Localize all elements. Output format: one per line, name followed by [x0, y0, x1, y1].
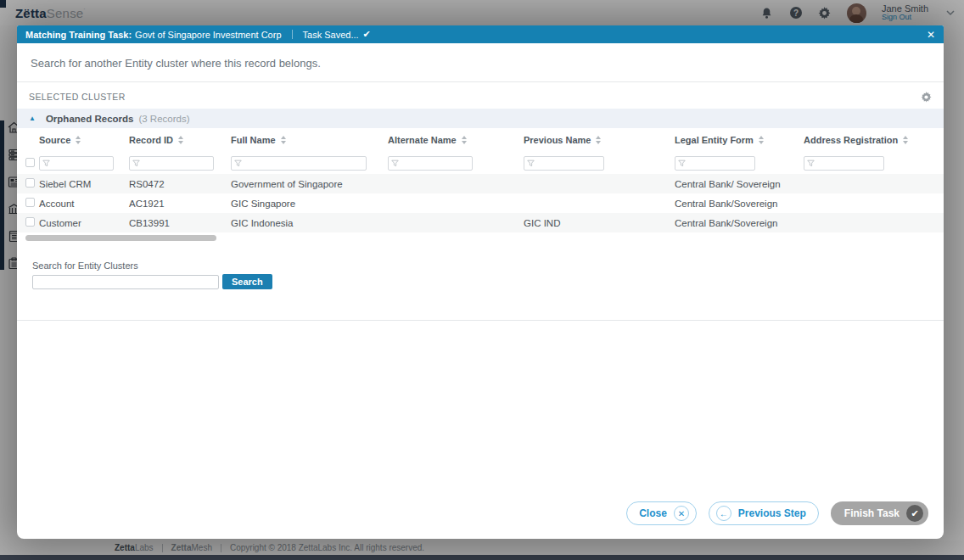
col-header-address-registration[interactable]: Address Registration — [804, 135, 938, 145]
col-header-alternate-name[interactable]: Alternate Name — [388, 135, 524, 145]
modal-title-divider — [292, 30, 293, 39]
col-header-record-id[interactable]: Record ID — [129, 135, 231, 145]
col-header-previous-name[interactable]: Previous Name — [524, 135, 675, 145]
modal-title-label: Matching Training Task: — [25, 30, 132, 40]
filter-input-source[interactable] — [53, 158, 110, 169]
col-header-legal-entity-form[interactable]: Legal Entity Form — [675, 135, 804, 145]
filter-full-name[interactable] — [231, 156, 367, 171]
table-filter-row — [17, 152, 944, 174]
sort-icon — [759, 136, 764, 144]
modal-close-icon[interactable]: ✕ — [927, 29, 935, 41]
row-checkbox[interactable] — [25, 178, 35, 188]
sort-icon — [462, 136, 467, 144]
sort-icon — [596, 136, 601, 144]
funnel-icon — [234, 160, 242, 167]
filter-input-full-name[interactable] — [244, 158, 363, 169]
close-x-icon: ✕ — [674, 506, 689, 521]
screen: ZëttaSense´ ? Jane Smith Sign Out — [0, 0, 964, 560]
filter-alternate-name[interactable] — [388, 156, 473, 171]
filter-input-alternate-name[interactable] — [401, 158, 469, 169]
filter-input-address-registration[interactable] — [817, 158, 881, 169]
orphaned-records-accordion[interactable]: ▲ Orphaned Records (3 Records) — [17, 109, 944, 128]
entity-cluster-search: Search for Entity Clusters Search — [32, 260, 944, 289]
selected-cluster-header: SELECTED CLUSTER — [17, 82, 944, 105]
table-settings-gear-icon[interactable] — [921, 91, 932, 102]
col-header-source[interactable]: Source — [39, 135, 129, 145]
table-header-row: Source Record ID Full Name Alternate Nam… — [17, 128, 944, 152]
funnel-icon — [678, 160, 686, 167]
back-arrow-icon: ← — [716, 506, 731, 521]
table-row[interactable]: Account AC1921 GIC Singapore Central Ban… — [17, 193, 944, 213]
finish-task-button[interactable]: Finish Task ✔ — [831, 501, 928, 525]
filter-input-previous-name[interactable] — [537, 158, 601, 169]
saved-check-icon: ✔ — [363, 29, 371, 40]
filter-record-id[interactable] — [129, 156, 214, 171]
sort-icon — [76, 136, 81, 144]
finish-check-icon: ✔ — [906, 505, 923, 522]
select-all-checkbox[interactable] — [25, 158, 35, 167]
modal-actions: Close ✕ ← Previous Step Finish Task ✔ — [626, 501, 928, 525]
content-divider — [17, 320, 944, 321]
horizontal-scrollbar-thumb[interactable] — [25, 235, 216, 241]
sort-icon — [178, 136, 183, 144]
matching-task-modal: Matching Training Task: Govt of Singapor… — [17, 25, 944, 539]
sort-icon — [281, 136, 286, 144]
funnel-icon — [132, 160, 140, 167]
funnel-icon — [42, 160, 50, 167]
modal-title-bar: Matching Training Task: Govt of Singapor… — [17, 25, 944, 43]
filter-legal-entity-form[interactable] — [675, 156, 755, 171]
funnel-icon — [527, 160, 535, 167]
sort-icon — [903, 136, 908, 144]
modal-title-value: Govt of Singapore Investment Corp — [135, 30, 281, 40]
close-button[interactable]: Close ✕ — [626, 501, 697, 525]
table-row[interactable]: Customer CB13991 GIC Indonesia GIC IND C… — [17, 213, 944, 232]
modal-instruction: Search for another Entity cluster where … — [17, 43, 944, 82]
entity-cluster-search-input[interactable] — [32, 275, 219, 289]
filter-address-registration[interactable] — [804, 156, 884, 171]
horizontal-scrollbar — [17, 235, 944, 242]
previous-step-button[interactable]: ← Previous Step — [709, 501, 819, 525]
accordion-title: Orphaned Records — [46, 114, 134, 124]
collapse-arrow-icon[interactable]: ▲ — [29, 115, 36, 122]
filter-previous-name[interactable] — [524, 156, 604, 171]
row-checkbox[interactable] — [25, 217, 35, 227]
table-row[interactable]: Siebel CRM RS0472 Government of Singapor… — [17, 174, 944, 193]
records-table: Source Record ID Full Name Alternate Nam… — [17, 128, 944, 242]
filter-source[interactable] — [39, 156, 114, 171]
funnel-icon — [391, 160, 399, 167]
col-header-full-name[interactable]: Full Name — [231, 135, 388, 145]
search-label: Search for Entity Clusters — [32, 260, 944, 271]
search-button[interactable]: Search — [222, 274, 272, 289]
accordion-count: (3 Records) — [138, 114, 189, 124]
filter-input-record-id[interactable] — [143, 158, 210, 169]
funnel-icon — [807, 160, 815, 167]
filter-input-legal-entity-form[interactable] — [688, 158, 752, 169]
section-title: SELECTED CLUSTER — [29, 92, 126, 102]
task-saved-status: Task Saved... ✔ — [303, 29, 371, 40]
row-checkbox[interactable] — [25, 198, 35, 207]
